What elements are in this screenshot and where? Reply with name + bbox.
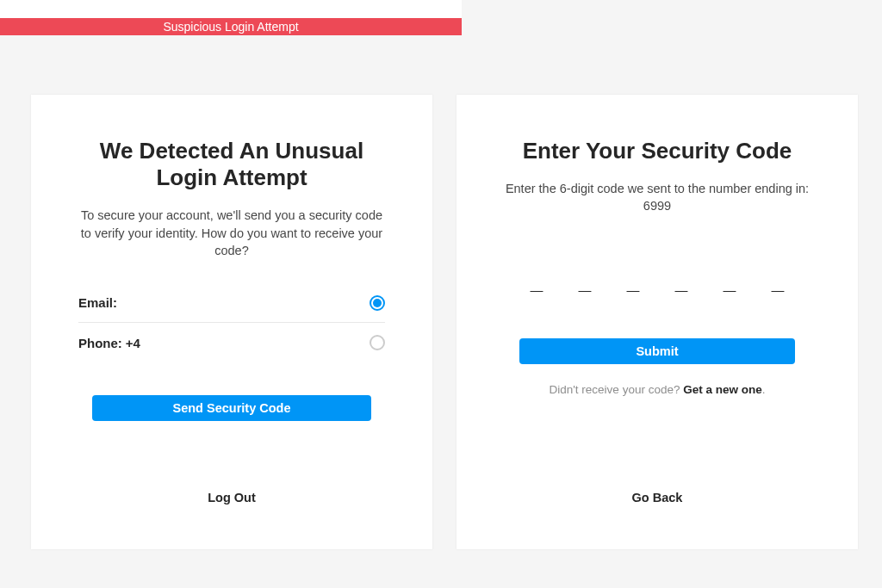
panel-title: We Detected An Unusual Login Attempt <box>78 138 385 191</box>
digit-input[interactable]: _ <box>575 269 594 295</box>
option-email-label: Email: <box>78 295 121 310</box>
phone-value: +4 <box>126 336 140 350</box>
panel-description: To secure your account, we'll send you a… <box>78 207 385 259</box>
digit-input[interactable]: _ <box>527 269 546 295</box>
alert-banner: Suspicious Login Attempt <box>0 18 462 35</box>
radio-phone[interactable] <box>370 335 385 350</box>
alert-text: Suspicious Login Attempt <box>163 20 298 34</box>
resend-link[interactable]: Get a new one <box>683 383 762 396</box>
enter-code-panel: Enter Your Security Code Enter the 6-dig… <box>457 95 858 549</box>
radio-email[interactable] <box>370 295 385 311</box>
digit-input[interactable]: _ <box>672 269 691 295</box>
phone-label-text: Phone: <box>78 336 122 350</box>
send-code-panel: We Detected An Unusual Login Attempt To … <box>31 95 432 549</box>
email-label-text: Email: <box>78 295 117 310</box>
submit-button[interactable]: Submit <box>519 338 795 364</box>
logout-link[interactable]: Log Out <box>208 491 256 504</box>
code-input-row[interactable]: _ _ _ _ _ _ <box>527 269 787 295</box>
panels-container: We Detected An Unusual Login Attempt To … <box>31 95 858 549</box>
send-code-button[interactable]: Send Security Code <box>92 395 371 421</box>
resend-row: Didn't receive your code? Get a new one. <box>550 383 766 396</box>
digit-input[interactable]: _ <box>624 269 643 295</box>
resend-prompt: Didn't receive your code? <box>550 383 684 396</box>
go-back-link[interactable]: Go Back <box>632 491 683 504</box>
panel-title: Enter Your Security Code <box>523 138 792 164</box>
digit-input[interactable]: _ <box>720 269 739 295</box>
desc-code: 6999 <box>643 199 671 213</box>
submit-label: Submit <box>636 344 678 358</box>
panel-description: Enter the 6-digit code we sent to the nu… <box>504 180 811 215</box>
desc-prefix: Enter the 6-digit code we sent to the nu… <box>506 182 809 195</box>
option-email[interactable]: Email: <box>78 283 385 323</box>
send-code-label: Send Security Code <box>173 401 291 415</box>
resend-period: . <box>762 383 766 396</box>
radio-dot-icon <box>373 299 382 307</box>
option-phone[interactable]: Phone: +4 <box>78 323 385 362</box>
option-phone-label: Phone: +4 <box>78 336 140 350</box>
digit-input[interactable]: _ <box>768 269 787 295</box>
